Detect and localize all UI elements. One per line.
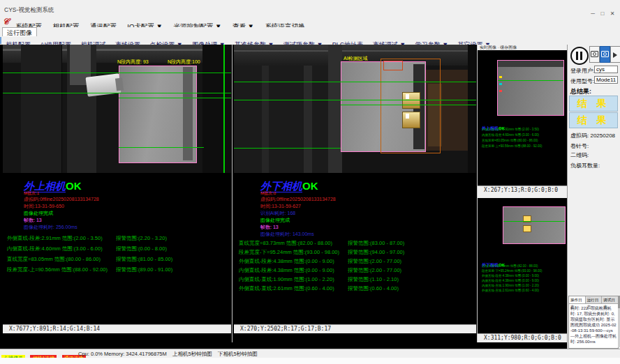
process-done-text: 图像处理完成 bbox=[24, 211, 53, 215]
roi-label: N段内高度: 93 bbox=[117, 59, 149, 64]
tab-run-log[interactable]: 运行日志 bbox=[586, 296, 603, 303]
alarm-range: 报警范围:(0.00 - 8.00) bbox=[116, 246, 167, 252]
pause-icon bbox=[580, 52, 582, 60]
virtual-code-label: 虚拟码: 20250208 bbox=[570, 132, 615, 139]
thumb-rail bbox=[498, 61, 563, 67]
time-text: 时间:13-31-59-627 bbox=[260, 204, 301, 208]
overlay-line bbox=[119, 147, 204, 148]
preview-thumb-image bbox=[503, 206, 566, 244]
left-camera-image[interactable]: N段内高度: 93 N段内高度:100 bbox=[3, 45, 231, 173]
tab-op-log[interactable]: 操作日志 bbox=[569, 296, 586, 303]
process-time-text: 图像处理耗时: 256.00ms bbox=[24, 225, 78, 229]
titlebar: CYS-视觉检测系统 ─□✕ bbox=[0, 0, 620, 17]
login-input[interactable] bbox=[594, 66, 618, 73]
machine-column bbox=[21, 45, 62, 173]
app-logo-icon: 𝒞 bbox=[3, 17, 9, 26]
overlay-line bbox=[119, 98, 231, 98]
tab-count-label: 负极耳数量: bbox=[570, 162, 600, 169]
measure-row: 内侧直线-直线:1.90mm 范围:(1.00 - 2.20) bbox=[239, 277, 334, 282]
preview-bottom-panel[interactable]: 外下相机OK 直线宽度=83.73mm 范围:(82.00 - 88.00) 段… bbox=[478, 198, 567, 333]
overlay-line bbox=[3, 93, 231, 93]
time-text: 时间:13-31-59-650 bbox=[24, 204, 64, 208]
system-info-text: Cpu: 0.0% Memory: 3424.41796875M 上相机5秒钟拍… bbox=[78, 351, 258, 357]
ok-result-text: OK bbox=[66, 180, 82, 192]
overlay-line bbox=[3, 73, 231, 73]
ai-roi-rect bbox=[381, 59, 441, 153]
minimize-icon[interactable]: ─ bbox=[588, 10, 598, 17]
preview-bottom-statusbar: X:311;Y:980;R:0;G:0;B:0 bbox=[478, 333, 567, 342]
close-icon[interactable]: ✕ bbox=[607, 10, 617, 17]
arrow-icon bbox=[613, 52, 617, 58]
pause-button[interactable] bbox=[570, 47, 589, 65]
left-camera-panel[interactable]: N段内高度: 93 N段内高度:100 外上相机OK M批次:1 虚拟码:0ff… bbox=[3, 45, 231, 333]
panel-divider bbox=[232, 45, 232, 342]
tab-debug-log[interactable]: 调试日志 bbox=[602, 296, 618, 303]
app-statusbar: 心跳信号 相机1连接 通讯连接 Cpu: 0.0% Memory: 3424.4… bbox=[0, 349, 620, 358]
preview-thumb-image bbox=[497, 60, 564, 116]
live-image-button[interactable] bbox=[600, 46, 610, 63]
alarm-range: 报警范围:(94.00 - 97.00) bbox=[348, 250, 404, 255]
alarm-range: 报警范围:(1.10 - 2.10) bbox=[348, 277, 399, 282]
middle-coords-statusbar: X:270;Y:2502;R:17;G:17;B:17 bbox=[234, 324, 476, 333]
mini-measure: 直线宽度=83.73mm 范围:(82.00 - 88.00) bbox=[482, 265, 538, 268]
mini-measure: 直线宽度=83.05mm 范围:(80.00 - 86.00) bbox=[482, 139, 538, 143]
overlay-line bbox=[234, 82, 476, 82]
overlay-line bbox=[234, 100, 476, 100]
mini-measure: 内侧直线-直线:1.90mm 范围:(1.00 - 2.20) bbox=[482, 285, 539, 288]
thumb-mark bbox=[499, 76, 502, 78]
pause-icon bbox=[576, 52, 578, 60]
mini-measure: 外侧直线-段差:2.91mm 范围:(2.00 - 3.50) bbox=[482, 128, 539, 132]
window-title: CYS-视觉检测系统 bbox=[4, 6, 54, 15]
machine-shadow bbox=[202, 45, 231, 173]
log-panel: 操作日志 运行日志 调试日志 耗时: 222, 瑕疵检测耗时: 17, 瑕疵分类… bbox=[568, 296, 619, 349]
batch-text: M批次:1 bbox=[24, 191, 39, 195]
measure-row: 直线宽度=83.73mm 范围:(82.00 - 88.00) bbox=[239, 241, 332, 246]
gold-contact bbox=[523, 225, 531, 232]
model-label: 使用型号: bbox=[570, 77, 594, 85]
measure-row: 外侧直线-段差:4.38mm 范围:(0.00 - 9.00) bbox=[239, 259, 334, 264]
overlay-line bbox=[341, 105, 476, 105]
alarm-range: 报警范围:(2.00 - 77.00) bbox=[348, 268, 401, 273]
camera-icon bbox=[591, 51, 598, 57]
result-box-2: 结 果 bbox=[569, 112, 618, 128]
mini-measure: 外侧直线-段差:4.38mm 范围:(0.00 - 9.00) bbox=[482, 275, 539, 278]
frame-count-text: 帧数: 13 bbox=[260, 225, 279, 229]
part-edge bbox=[183, 67, 193, 160]
preview-top-statusbar: X:267;Y:13;R:0;G:0;B:0 bbox=[478, 185, 567, 194]
measure-row: 外侧直线-段差:2.91mm 范围:(2.00 - 3.50) bbox=[7, 236, 103, 241]
alarm-range: 报警范围:(81.00 - 85.00) bbox=[116, 257, 172, 262]
connector-tip bbox=[115, 77, 124, 91]
alarm-range: 报警范围:(0.60 - 4.00) bbox=[348, 286, 399, 291]
overlay-line bbox=[234, 148, 341, 149]
needle-label: 卷针号: bbox=[570, 142, 589, 150]
tab-row: 运行图像 bbox=[0, 27, 620, 37]
roi-label: N段内高度:100 bbox=[168, 59, 200, 64]
preview-top-panel[interactable]: 外上相机OK 外侧直线-段差:2.91mm 范围:(2.00 - 3.50) 内… bbox=[478, 50, 567, 185]
middle-camera-panel[interactable]: AI检测区域 外下相机OK M批次:0 虚拟码:0ffline202502081… bbox=[234, 45, 476, 333]
maximize-icon[interactable]: □ bbox=[598, 10, 607, 17]
model-input[interactable] bbox=[594, 76, 618, 84]
measure-row: 段差宽度-下=95.24mm 范围:(93.00 - 98.00) bbox=[239, 250, 339, 255]
overlay-line bbox=[498, 80, 563, 81]
capture-button[interactable] bbox=[589, 46, 600, 63]
qr-label: 二维码: bbox=[570, 151, 589, 159]
virtual-code-text: 虚拟码:0ffline20250208133134728 bbox=[260, 197, 336, 202]
roi-sub-rect bbox=[383, 61, 403, 70]
alarm-range: 报警范围:(89.00 - 91.00) bbox=[116, 267, 172, 273]
measure-row: 外侧直线-直线:2.61mm 范围:(0.60 - 4.00) bbox=[239, 286, 334, 291]
preview-header-label: 实时图像 · 缓存图像 bbox=[478, 45, 567, 50]
camera-icon bbox=[601, 51, 609, 57]
frame-count-text: 帧数: 13 bbox=[24, 218, 42, 222]
export-button[interactable] bbox=[610, 46, 620, 63]
ai-time-text: 识别AI耗时: 168 bbox=[260, 211, 295, 215]
batch-text: M批次:0 bbox=[260, 191, 276, 195]
login-label: 登录用户: bbox=[570, 67, 594, 75]
middle-camera-image[interactable]: AI检测区域 bbox=[234, 45, 476, 173]
log-tabs: 操作日志 运行日志 调试日志 bbox=[569, 296, 618, 304]
alarm-range: 报警范围:(2.20 - 3.20) bbox=[116, 236, 167, 241]
menubar: 𝒞 系统配置 相机配置 通讯配置 IO卡配置 ▼ 光源控制配置 ▼ 查看 ▼ 系… bbox=[0, 17, 620, 27]
overlay-vline bbox=[223, 45, 225, 173]
bottom-strip bbox=[0, 358, 620, 364]
app-window: CYS-视觉检测系统 ─□✕ 𝒞 系统配置 相机配置 通讯配置 IO卡配置 ▼ … bbox=[0, 0, 620, 364]
measure-row: 内侧直线-段差:4.38mm 范围:(0.00 - 9.00) bbox=[239, 268, 334, 273]
